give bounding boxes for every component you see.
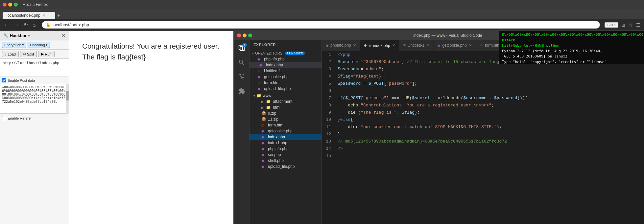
open-file-getcookie[interactable]: ◆ getcookie.php xyxy=(250,74,322,80)
tab-untitled[interactable]: ≡ Untitled-1 ✕ xyxy=(399,40,434,51)
back-button[interactable]: ← xyxy=(3,21,11,29)
address-bar[interactable]: 🔒 localhost/index.php xyxy=(42,21,600,29)
file-getcookie[interactable]: ◆ getcookie.php xyxy=(250,128,322,134)
vscode-maximize-button[interactable] xyxy=(248,34,252,37)
enable-referer-label[interactable]: Enable Referer xyxy=(2,116,67,120)
load-button[interactable]: ↓ Load xyxy=(2,51,19,57)
traffic-lights xyxy=(3,3,18,7)
open-file-phpinfo[interactable]: ◆ phpinfo.php xyxy=(250,56,322,62)
file-phpinfo[interactable]: ◆ phpinfo.php xyxy=(250,146,322,152)
browser-tab[interactable]: localhost/index.php ✕ xyxy=(3,12,55,19)
term-line-5: [GCC 5.4.0 20160609] on linux2 xyxy=(502,54,641,59)
activity-search[interactable] xyxy=(236,57,247,68)
tab-close-phpinfo[interactable]: ✕ xyxy=(353,43,356,48)
post-data-input[interactable]: %00%00%00%00%00%00%00%00%00%00%00%00%00%… xyxy=(0,84,69,114)
term-line-2: 0st4ck xyxy=(502,38,641,43)
vscode-close-button[interactable] xyxy=(237,34,241,37)
form-html-icon: ◇ xyxy=(261,123,266,127)
tab-close-getcookie[interactable]: ✕ xyxy=(469,43,472,48)
hackbar-url-input[interactable]: http://localhost/index.php xyxy=(0,59,69,77)
html-folder-icon: 📁 xyxy=(266,105,271,110)
tab-php-icon-2: ◆ xyxy=(369,43,371,48)
open-file-untitled[interactable]: ≡ Untitled-1 xyxy=(250,68,322,74)
open-editors-header[interactable]: ▾ OPEN EDITORS 1 UNSAVED xyxy=(250,50,322,56)
encoding-dropdown[interactable]: Encoding ▾ xyxy=(28,42,50,48)
lock-icon: 🔒 xyxy=(46,23,51,27)
index1-php-icon: ◆ xyxy=(261,141,266,145)
reload-button[interactable]: ↻ xyxy=(22,21,29,29)
index-php-icon: ◆ xyxy=(261,135,266,139)
enable-referer-checkbox[interactable] xyxy=(2,116,6,120)
open-file-upload[interactable]: ◆ upload_file.php xyxy=(250,86,322,92)
tab-label: localhost/index.php xyxy=(7,13,40,18)
folder-chevron-icon: ▾ xyxy=(253,94,255,98)
encoding-chevron-icon: ▾ xyxy=(46,43,48,47)
tab-php-icon-1: ◆ xyxy=(326,43,328,48)
browser-titlebar: Mozilla Firefox xyxy=(0,0,644,9)
activity-bar: 1 xyxy=(234,40,250,224)
home-button[interactable]: ⌂ xyxy=(31,21,37,29)
extensions-icon[interactable]: ⊞ xyxy=(620,22,626,28)
file-index1-php[interactable]: ◆ index1.php xyxy=(250,140,322,146)
hackbar-buttons: ↓ Load ⧦ Split ▶ Run xyxy=(0,50,69,59)
file-upload-php[interactable]: ◆ upload_file.php xyxy=(250,164,322,169)
activity-extensions[interactable] xyxy=(236,86,247,97)
tab-getcookie[interactable]: ◆ getcookie.php ✕ xyxy=(434,40,476,51)
page-content: Congratulations! You are a registered us… xyxy=(69,31,233,224)
html-icon: ◇ xyxy=(257,80,262,85)
run-button[interactable]: ▶ Run xyxy=(38,51,54,57)
zip-icon-1: 📦 xyxy=(261,111,266,116)
open-file-index[interactable]: ◆ index.php xyxy=(250,62,322,68)
split-button[interactable]: ⧦ Split xyxy=(20,51,37,57)
hackbar-referer-section: Enable Referer xyxy=(0,115,69,122)
vscode-minimize-button[interactable] xyxy=(243,34,247,37)
folder-attachment[interactable]: ▶ 📁 attachment xyxy=(250,99,322,104)
tab-close-index[interactable]: ✕ xyxy=(392,43,395,48)
file-index-php[interactable]: ◆ index.php xyxy=(250,134,322,140)
file-ser-php[interactable]: ◆ ser.php xyxy=(250,152,322,158)
term-line-4: Python 2.7.12 (default, Aug 22 2019, 16:… xyxy=(502,49,641,54)
terminal-panel: 0\x00\x00\x00\x00\x00\x00\x00\x00\x00\x0… xyxy=(499,31,644,64)
tab-close-button[interactable]: ✕ xyxy=(42,13,45,18)
hackbar-panel: 🔧 Hackbar ▾ ✕ Encryption ▾ Encoding ▾ ↓ … xyxy=(0,31,69,224)
activity-explorer[interactable]: 1 xyxy=(236,43,247,53)
tab-close-untitled[interactable]: ✕ xyxy=(426,43,429,48)
encryption-chevron-icon: ▾ xyxy=(22,43,24,47)
folder-www[interactable]: ▾ 📁 www xyxy=(250,93,322,99)
maximize-button[interactable] xyxy=(14,3,18,7)
enable-post-label[interactable]: Enable Post data xyxy=(2,78,67,82)
menu-icon[interactable]: ☰ xyxy=(635,22,641,28)
bookmark-icon[interactable]: ☆ xyxy=(628,22,634,28)
forward-button[interactable]: → xyxy=(12,21,20,29)
shell-php-icon: ◆ xyxy=(261,158,266,163)
term-line-3: kitty@ubuntu:~/桌面$ python xyxy=(502,43,641,49)
code-editor[interactable]: 12345 678910 1112131415 <?php $secret="1… xyxy=(322,51,644,224)
post-data-scrollbar[interactable] xyxy=(66,84,69,114)
file-form-html[interactable]: ◇ form.html xyxy=(250,122,322,128)
hackbar-toolbar: Encryption ▾ Encoding ▾ xyxy=(0,40,69,50)
file-9zip[interactable]: 📦 9.zip xyxy=(250,110,322,116)
minimize-button[interactable] xyxy=(8,3,12,7)
php-icon-3: ◆ xyxy=(257,75,262,79)
hackbar-title: 🔧 Hackbar ▾ xyxy=(3,33,30,38)
vscode-body: 1 EXPLORER ▾ OPEN ED xyxy=(234,40,644,224)
activity-source-control[interactable] xyxy=(236,72,247,82)
encryption-dropdown[interactable]: Encryption ▾ xyxy=(2,42,26,48)
enable-post-checkbox[interactable] xyxy=(2,78,6,82)
file-shell-php[interactable]: ◆ shell.php xyxy=(250,158,322,164)
ser-php-icon: ◆ xyxy=(261,152,266,157)
new-tab-button[interactable]: + xyxy=(55,12,62,19)
tab-index[interactable]: ◆ index.php ✕ xyxy=(360,40,399,51)
folder-html[interactable]: ▶ 📁 html xyxy=(250,104,322,110)
line-numbers: 12345 678910 1112131415 xyxy=(322,51,335,224)
open-file-form[interactable]: ◇ form.html xyxy=(250,80,322,86)
attachment-chevron: ▶ xyxy=(261,100,264,103)
explorer-badge: 1 xyxy=(242,43,247,47)
close-button[interactable] xyxy=(3,3,7,7)
tab-unsaved-dot xyxy=(364,44,367,47)
page-message: Congratulations! You are a registered us… xyxy=(82,41,220,62)
hackbar-close-button[interactable]: ✕ xyxy=(61,33,65,38)
code-content[interactable]: <?php $secret="1234567890abcde"; // This… xyxy=(335,51,644,224)
file-11zip[interactable]: 📦 11.zip xyxy=(250,116,322,122)
tab-phpinfo[interactable]: ◆ phpinfo.php ✕ xyxy=(322,40,360,51)
